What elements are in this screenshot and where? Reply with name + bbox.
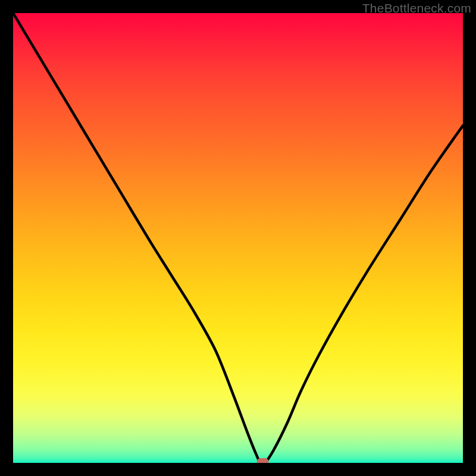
curve-svg	[13, 13, 463, 463]
watermark-text: TheBottleneck.com	[362, 1, 471, 15]
optimum-marker	[257, 458, 269, 463]
chart-frame: TheBottleneck.com	[0, 0, 476, 476]
plot-area	[13, 13, 463, 463]
bottleneck-curve	[13, 13, 463, 463]
